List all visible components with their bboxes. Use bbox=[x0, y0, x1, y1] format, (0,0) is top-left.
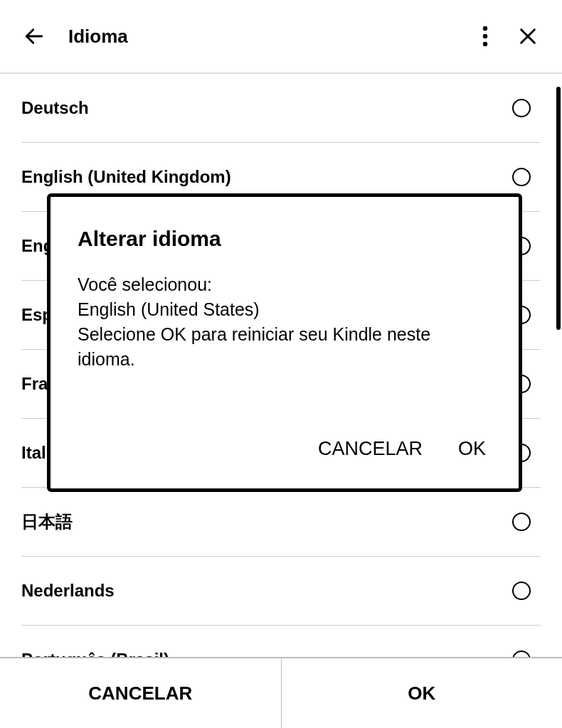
language-label: Deutsch bbox=[21, 98, 89, 118]
dialog-selected-language: English (United States) bbox=[78, 297, 492, 322]
dialog-text-line: Selecione OK para reiniciar seu Kindle n… bbox=[78, 322, 492, 372]
language-item-deutsch[interactable]: Deutsch bbox=[21, 74, 541, 143]
dialog-body: Você selecionou: English (United States)… bbox=[78, 272, 492, 438]
language-item-portugues-br[interactable]: Português (Brasil) bbox=[21, 626, 541, 657]
scrollbar-thumb[interactable] bbox=[556, 87, 561, 330]
header: Idioma bbox=[0, 0, 562, 74]
language-label: Português (Brasil) bbox=[21, 650, 169, 657]
dialog-actions: CANCELAR OK bbox=[78, 438, 492, 467]
kebab-menu-icon[interactable] bbox=[472, 23, 498, 49]
dialog-text-line: Você selecionou: bbox=[78, 272, 492, 297]
dialog-cancel-button[interactable]: CANCELAR bbox=[318, 438, 423, 460]
svg-point-3 bbox=[483, 42, 487, 46]
radio-icon bbox=[512, 168, 531, 186]
footer-ok-button[interactable]: OK bbox=[282, 658, 563, 728]
dialog-ok-button[interactable]: OK bbox=[458, 438, 486, 460]
radio-icon bbox=[512, 582, 531, 600]
svg-point-2 bbox=[483, 34, 487, 38]
language-label: Nederlands bbox=[21, 581, 115, 601]
language-label: English (United Kingdom) bbox=[21, 167, 231, 187]
language-item-nederlands[interactable]: Nederlands bbox=[21, 557, 541, 626]
radio-icon bbox=[512, 99, 531, 117]
language-item-japanese[interactable]: 日本語 bbox=[21, 488, 541, 557]
radio-icon bbox=[512, 651, 531, 657]
footer-bar: CANCELAR OK bbox=[0, 657, 562, 728]
close-icon[interactable] bbox=[515, 23, 541, 49]
footer-cancel-button[interactable]: CANCELAR bbox=[0, 658, 282, 728]
back-icon[interactable] bbox=[21, 23, 47, 49]
svg-point-1 bbox=[483, 26, 487, 31]
change-language-dialog: Alterar idioma Você selecionou: English … bbox=[47, 193, 522, 492]
page-title: Idioma bbox=[68, 26, 472, 48]
dialog-title: Alterar idioma bbox=[78, 227, 492, 251]
radio-icon bbox=[512, 513, 531, 531]
language-label: 日本語 bbox=[21, 510, 73, 533]
